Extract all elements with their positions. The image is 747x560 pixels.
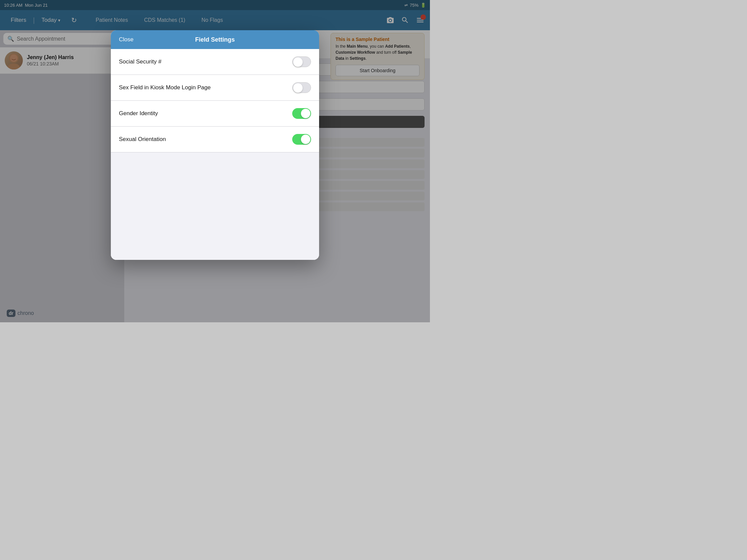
toggle-knob — [301, 135, 310, 144]
social-security-label: Social Security # — [119, 58, 161, 65]
modal-overlay: Close Field Settings Social Security # S… — [0, 0, 430, 322]
sexual-orientation-label: Sexual Orientation — [119, 136, 166, 143]
modal-title: Field Settings — [195, 36, 235, 43]
modal-close-button[interactable]: Close — [119, 36, 133, 43]
sex-field-label: Sex Field in Kiosk Mode Login Page — [119, 84, 211, 91]
sex-field-toggle[interactable] — [292, 82, 311, 93]
settings-row-sexual-orientation: Sexual Orientation — [111, 127, 319, 153]
modal-spacer — [111, 153, 319, 260]
sexual-orientation-toggle[interactable] — [292, 134, 311, 145]
gender-identity-toggle[interactable] — [292, 108, 311, 119]
settings-row-social-security: Social Security # — [111, 49, 319, 75]
toggle-knob — [293, 83, 303, 93]
settings-row-gender-identity: Gender Identity — [111, 101, 319, 127]
field-settings-modal: Close Field Settings Social Security # S… — [111, 30, 319, 260]
modal-body: Social Security # Sex Field in Kiosk Mod… — [111, 49, 319, 260]
settings-row-sex-field: Sex Field in Kiosk Mode Login Page — [111, 75, 319, 101]
toggle-knob — [301, 109, 310, 118]
gender-identity-label: Gender Identity — [119, 110, 158, 117]
toggle-knob — [293, 57, 303, 67]
modal-header: Close Field Settings — [111, 30, 319, 49]
social-security-toggle[interactable] — [292, 56, 311, 67]
